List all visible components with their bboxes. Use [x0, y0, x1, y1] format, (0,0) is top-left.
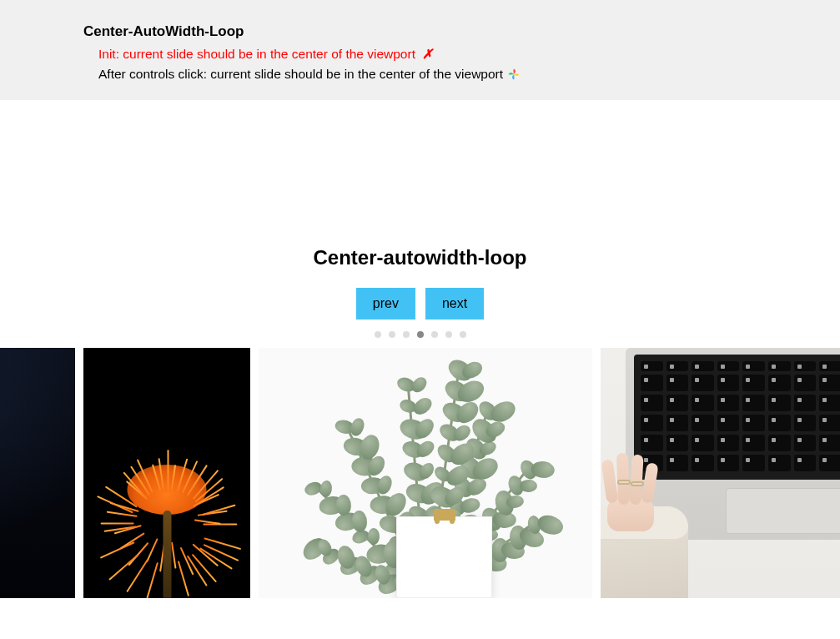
slider-dot[interactable] [417, 331, 424, 338]
slide-dark-figure [0, 348, 75, 598]
slider-viewport [0, 348, 840, 598]
slide-eucalyptus [259, 348, 592, 598]
slider-dot[interactable] [389, 331, 395, 338]
next-button[interactable]: next [425, 288, 484, 320]
envelope [396, 516, 492, 598]
slide-orange-flower [83, 348, 250, 598]
test-result-row: After controls click: current slide shou… [98, 67, 840, 82]
prev-button[interactable]: prev [356, 288, 415, 320]
slider-dots [0, 331, 840, 338]
left-hand [601, 456, 666, 531]
trackpad [726, 488, 840, 534]
test-results-panel: Center-AutoWidth-Loop Init: current slid… [0, 0, 840, 100]
test-result-row: Init: current slide should be in the cen… [98, 47, 840, 62]
test-result-text: Init: current slide should be in the cen… [98, 47, 415, 62]
slider-dot[interactable] [375, 331, 381, 338]
binder-clip-icon [434, 509, 455, 521]
slider-controls: prev next [0, 288, 840, 320]
test-result-text: After controls click: current slide shou… [98, 67, 503, 82]
left-arm [601, 506, 688, 598]
slider-track[interactable] [0, 348, 840, 598]
slider-dot[interactable] [431, 331, 438, 338]
slider-heading: Center-autowidth-loop [0, 246, 840, 269]
fail-icon: ✗ [422, 47, 433, 62]
slider-section: Center-autowidth-loop prev next [0, 246, 840, 598]
test-suite-title: Center-AutoWidth-Loop [83, 23, 840, 40]
slider-dot[interactable] [460, 331, 466, 338]
slide-hands-laptop [601, 348, 840, 598]
slider-dot[interactable] [445, 331, 452, 338]
slider-dot[interactable] [403, 331, 410, 338]
pinwheel-icon [508, 68, 520, 80]
